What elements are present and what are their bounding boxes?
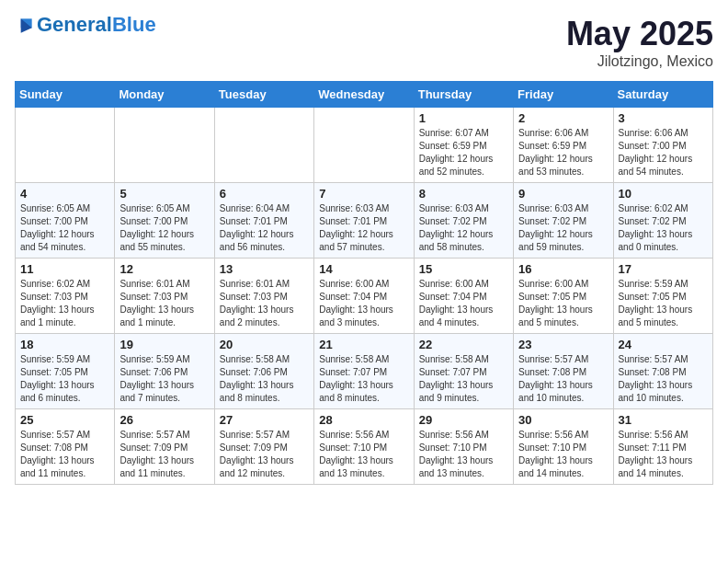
day-info: Sunrise: 5:57 AM Sunset: 7:08 PM Dayligh… [619, 353, 708, 405]
calendar-cell: 11Sunrise: 6:02 AM Sunset: 7:03 PM Dayli… [16, 259, 115, 334]
calendar-cell: 14Sunrise: 6:00 AM Sunset: 7:04 PM Dayli… [314, 259, 414, 334]
day-number: 19 [119, 338, 209, 351]
day-info: Sunrise: 5:57 AM Sunset: 7:09 PM Dayligh… [119, 429, 209, 480]
logo-general: General [37, 13, 112, 36]
calendar-cell: 22Sunrise: 5:58 AM Sunset: 7:07 PM Dayli… [414, 334, 513, 409]
day-number: 4 [20, 187, 109, 201]
week-row-2: 4Sunrise: 6:05 AM Sunset: 7:00 PM Daylig… [16, 183, 713, 259]
calendar-cell: 5Sunrise: 6:05 AM Sunset: 7:00 PM Daylig… [115, 183, 214, 259]
day-info: Sunrise: 6:03 AM Sunset: 7:01 PM Dayligh… [319, 202, 408, 254]
calendar-cell: 1Sunrise: 6:07 AM Sunset: 6:59 PM Daylig… [414, 108, 513, 183]
weekday-header-monday: Monday [115, 82, 214, 108]
day-number: 13 [220, 262, 309, 276]
day-number: 16 [518, 262, 608, 276]
calendar-cell: 28Sunrise: 5:56 AM Sunset: 7:10 PM Dayli… [314, 409, 414, 485]
calendar-cell: 3Sunrise: 6:06 AM Sunset: 7:00 PM Daylig… [613, 108, 712, 183]
calendar-cell: 27Sunrise: 5:57 AM Sunset: 7:09 PM Dayli… [214, 409, 313, 485]
calendar-cell: 26Sunrise: 5:57 AM Sunset: 7:09 PM Dayli… [115, 409, 214, 485]
day-number: 21 [319, 338, 408, 351]
calendar-cell [314, 108, 414, 183]
day-number: 5 [119, 187, 209, 201]
week-row-5: 25Sunrise: 5:57 AM Sunset: 7:08 PM Dayli… [16, 409, 713, 485]
day-number: 6 [220, 187, 309, 201]
weekday-header-wednesday: Wednesday [314, 82, 414, 108]
day-info: Sunrise: 6:05 AM Sunset: 7:00 PM Dayligh… [20, 202, 109, 254]
calendar-cell [16, 108, 115, 183]
calendar-cell: 15Sunrise: 6:00 AM Sunset: 7:04 PM Dayli… [414, 259, 513, 334]
calendar-cell: 8Sunrise: 6:03 AM Sunset: 7:02 PM Daylig… [414, 183, 513, 259]
day-number: 15 [419, 262, 508, 276]
weekday-header-saturday: Saturday [613, 82, 712, 108]
day-number: 14 [319, 262, 408, 276]
day-number: 25 [20, 413, 109, 427]
week-row-3: 11Sunrise: 6:02 AM Sunset: 7:03 PM Dayli… [16, 259, 713, 334]
day-number: 8 [419, 187, 508, 201]
logo-icon [15, 16, 33, 34]
weekday-header-tuesday: Tuesday [214, 82, 313, 108]
calendar-cell: 25Sunrise: 5:57 AM Sunset: 7:08 PM Dayli… [16, 409, 115, 485]
day-number: 1 [419, 111, 508, 125]
calendar-cell: 7Sunrise: 6:03 AM Sunset: 7:01 PM Daylig… [314, 183, 414, 259]
day-info: Sunrise: 5:58 AM Sunset: 7:07 PM Dayligh… [419, 353, 508, 405]
calendar-cell [214, 108, 313, 183]
day-number: 22 [419, 338, 508, 351]
location: Jilotzingo, Mexico [566, 53, 713, 70]
day-number: 29 [419, 413, 508, 427]
weekday-header-sunday: Sunday [16, 82, 115, 108]
day-number: 26 [119, 413, 209, 427]
day-number: 2 [518, 111, 608, 125]
calendar-cell: 6Sunrise: 6:04 AM Sunset: 7:01 PM Daylig… [214, 183, 313, 259]
day-info: Sunrise: 5:59 AM Sunset: 7:05 PM Dayligh… [20, 353, 109, 405]
calendar-table: SundayMondayTuesdayWednesdayThursdayFrid… [15, 81, 713, 485]
week-row-4: 18Sunrise: 5:59 AM Sunset: 7:05 PM Dayli… [16, 334, 713, 409]
calendar-cell: 9Sunrise: 6:03 AM Sunset: 7:02 PM Daylig… [514, 183, 613, 259]
day-info: Sunrise: 5:57 AM Sunset: 7:08 PM Dayligh… [518, 353, 608, 405]
day-info: Sunrise: 5:56 AM Sunset: 7:11 PM Dayligh… [619, 429, 708, 480]
day-number: 27 [220, 413, 309, 427]
day-info: Sunrise: 5:56 AM Sunset: 7:10 PM Dayligh… [518, 429, 608, 480]
weekday-header-row: SundayMondayTuesdayWednesdayThursdayFrid… [16, 82, 713, 108]
weekday-header-thursday: Thursday [414, 82, 513, 108]
day-info: Sunrise: 6:02 AM Sunset: 7:03 PM Dayligh… [20, 278, 109, 329]
day-info: Sunrise: 6:00 AM Sunset: 7:05 PM Dayligh… [518, 278, 608, 329]
day-info: Sunrise: 6:05 AM Sunset: 7:00 PM Dayligh… [119, 202, 209, 254]
calendar-cell: 20Sunrise: 5:58 AM Sunset: 7:06 PM Dayli… [214, 334, 313, 409]
calendar-cell: 23Sunrise: 5:57 AM Sunset: 7:08 PM Dayli… [514, 334, 613, 409]
month-year: May 2025 [566, 15, 713, 53]
calendar-cell: 4Sunrise: 6:05 AM Sunset: 7:00 PM Daylig… [16, 183, 115, 259]
day-number: 17 [619, 262, 708, 276]
day-number: 20 [220, 338, 309, 351]
calendar-cell: 12Sunrise: 6:01 AM Sunset: 7:03 PM Dayli… [115, 259, 214, 334]
calendar-cell: 2Sunrise: 6:06 AM Sunset: 6:59 PM Daylig… [514, 108, 613, 183]
day-number: 11 [20, 262, 109, 276]
day-info: Sunrise: 5:56 AM Sunset: 7:10 PM Dayligh… [419, 429, 508, 480]
calendar-cell: 24Sunrise: 5:57 AM Sunset: 7:08 PM Dayli… [613, 334, 712, 409]
calendar-cell [115, 108, 214, 183]
day-info: Sunrise: 6:01 AM Sunset: 7:03 PM Dayligh… [119, 278, 209, 329]
page-header: GeneralBlue May 2025 Jilotzingo, Mexico [15, 15, 713, 70]
day-info: Sunrise: 5:59 AM Sunset: 7:05 PM Dayligh… [619, 278, 708, 329]
calendar-cell: 21Sunrise: 5:58 AM Sunset: 7:07 PM Dayli… [314, 334, 414, 409]
day-info: Sunrise: 6:00 AM Sunset: 7:04 PM Dayligh… [319, 278, 408, 329]
day-number: 9 [518, 187, 608, 201]
day-info: Sunrise: 6:06 AM Sunset: 6:59 PM Dayligh… [518, 127, 608, 178]
day-number: 31 [619, 413, 708, 427]
day-info: Sunrise: 6:04 AM Sunset: 7:01 PM Dayligh… [220, 202, 309, 254]
day-info: Sunrise: 6:02 AM Sunset: 7:02 PM Dayligh… [619, 202, 708, 254]
logo-blue: Blue [112, 13, 156, 36]
day-number: 24 [619, 338, 708, 351]
day-info: Sunrise: 6:07 AM Sunset: 6:59 PM Dayligh… [419, 127, 508, 178]
calendar-cell: 19Sunrise: 5:59 AM Sunset: 7:06 PM Dayli… [115, 334, 214, 409]
title-block: May 2025 Jilotzingo, Mexico [566, 15, 713, 70]
weekday-header-friday: Friday [514, 82, 613, 108]
day-info: Sunrise: 5:58 AM Sunset: 7:07 PM Dayligh… [319, 353, 408, 405]
day-info: Sunrise: 6:00 AM Sunset: 7:04 PM Dayligh… [419, 278, 508, 329]
day-info: Sunrise: 6:01 AM Sunset: 7:03 PM Dayligh… [220, 278, 309, 329]
day-number: 10 [619, 187, 708, 201]
calendar-cell: 18Sunrise: 5:59 AM Sunset: 7:05 PM Dayli… [16, 334, 115, 409]
logo: GeneralBlue [15, 15, 156, 35]
day-info: Sunrise: 5:57 AM Sunset: 7:08 PM Dayligh… [20, 429, 109, 480]
day-info: Sunrise: 5:56 AM Sunset: 7:10 PM Dayligh… [319, 429, 408, 480]
day-info: Sunrise: 6:03 AM Sunset: 7:02 PM Dayligh… [518, 202, 608, 254]
week-row-1: 1Sunrise: 6:07 AM Sunset: 6:59 PM Daylig… [16, 108, 713, 183]
